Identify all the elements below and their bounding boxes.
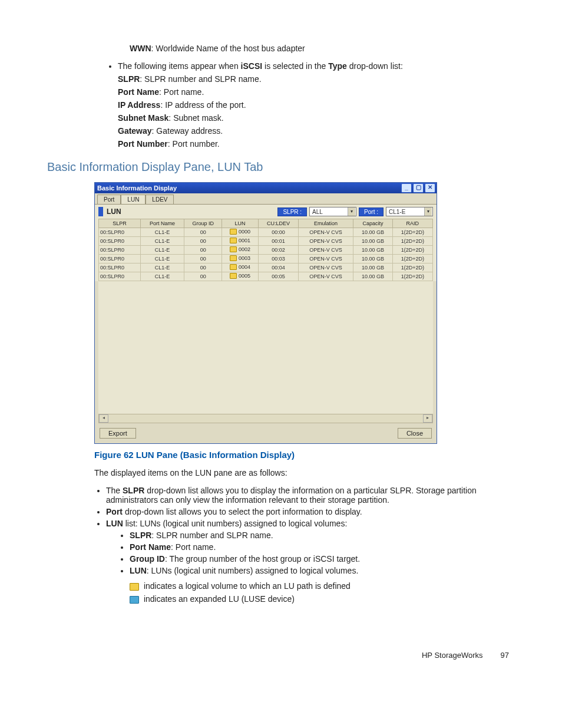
- luse-icon-line: indicates an expanded LU (LUSE device): [130, 594, 515, 604]
- lun-marker-icon: [98, 207, 103, 216]
- col-capacity[interactable]: Capacity: [353, 219, 392, 228]
- volume-icon: [230, 273, 237, 279]
- volume-icon: [230, 264, 237, 270]
- minimize-icon[interactable]: _: [401, 183, 412, 193]
- lun-sublabel: LUN: [107, 207, 121, 216]
- port-label: Port :: [359, 207, 384, 216]
- section-heading: Basic Information Display Pane, LUN Tab: [47, 160, 515, 174]
- table-row[interactable]: 00:SLPR0CL1-E00000100:01OPEN-V CVS10.00 …: [99, 237, 433, 246]
- bullet-slpr-dd: The SLPR drop-down list allows you to di…: [106, 486, 515, 505]
- export-button[interactable]: Export: [100, 428, 136, 439]
- col-slpr[interactable]: SLPR: [99, 219, 141, 228]
- scroll-right-icon[interactable]: ▸: [423, 414, 432, 423]
- basic-info-window: Basic Information Display _ ▢ ✕ Port LUN…: [94, 182, 437, 444]
- lun-intro: The displayed items on the LUN pane are …: [94, 468, 515, 477]
- table-row[interactable]: 00:SLPR0CL1-E00000300:03OPEN-V CVS10.00 …: [99, 255, 433, 263]
- col-groupid[interactable]: Group ID: [184, 219, 222, 228]
- iscsi-bullet: The following items appear when iSCSI is…: [118, 61, 515, 149]
- page-footer: HP StorageWorks97: [47, 651, 515, 660]
- col-raid[interactable]: RAID: [392, 219, 432, 228]
- close-icon[interactable]: ✕: [425, 183, 435, 193]
- table-row[interactable]: 00:SLPR0CL1-E00000500:05OPEN-V CVS10.00 …: [99, 272, 433, 281]
- table-row[interactable]: 00:SLPR0CL1-E00000400:04OPEN-V CVS10.00 …: [99, 263, 433, 272]
- bullet-port-dd: Port drop-down list allows you to select…: [106, 507, 515, 516]
- tab-ldev[interactable]: LDEV: [146, 195, 174, 204]
- tab-port[interactable]: Port: [97, 195, 121, 204]
- slpr-dropdown[interactable]: ALL: [309, 207, 356, 216]
- table-row[interactable]: 00:SLPR0CL1-E00000200:02OPEN-V CVS10.00 …: [99, 246, 433, 255]
- port-dropdown[interactable]: CL1-E: [386, 207, 433, 216]
- lun-table: SLPR Port Name Group ID LUN CU:LDEV Emul…: [98, 219, 433, 281]
- volume-icon: [230, 255, 237, 261]
- scroll-left-icon[interactable]: ◂: [99, 414, 108, 423]
- wwn-line: WWN: Worldwide Name of the host bus adap…: [130, 44, 515, 53]
- volume-icon: [230, 229, 237, 235]
- volume-icon: [230, 238, 237, 243]
- col-culdev[interactable]: CU:LDEV: [258, 219, 298, 228]
- col-lun[interactable]: LUN: [222, 219, 259, 228]
- slpr-label: SLPR :: [277, 207, 307, 216]
- table-empty-area: [98, 281, 433, 414]
- maximize-icon[interactable]: ▢: [413, 183, 424, 193]
- figure-caption: Figure 62 LUN Pane (Basic Information Di…: [94, 450, 515, 460]
- col-portname[interactable]: Port Name: [141, 219, 184, 228]
- luse-icon: [130, 596, 139, 604]
- table-row[interactable]: 00:SLPR0CL1-E00000000:00OPEN-V CVS10.00 …: [99, 228, 433, 237]
- volume-icon: [230, 246, 237, 252]
- col-emulation[interactable]: Emulation: [298, 219, 353, 228]
- window-title: Basic Information Display: [97, 185, 177, 192]
- horizontal-scrollbar[interactable]: ◂ ▸: [98, 414, 433, 423]
- tab-lun[interactable]: LUN: [121, 195, 146, 204]
- volume-icon: [130, 583, 139, 591]
- close-button[interactable]: Close: [398, 428, 432, 439]
- volume-icon-line: indicates a logical volume to which an L…: [130, 581, 515, 591]
- bullet-lun-list: LUN list: LUNs (logical unit numbers) as…: [106, 519, 515, 604]
